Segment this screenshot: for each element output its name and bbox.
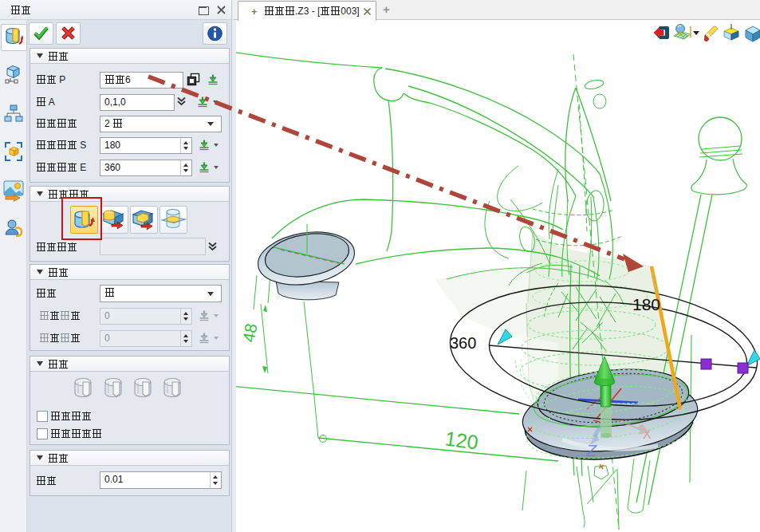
svg-text:48: 48 (239, 322, 261, 344)
svg-text:120: 120 (443, 427, 479, 454)
svg-text:Z: Z (585, 441, 597, 459)
svg-text:360: 360 (450, 334, 476, 352)
svg-text:180: 180 (632, 295, 660, 313)
